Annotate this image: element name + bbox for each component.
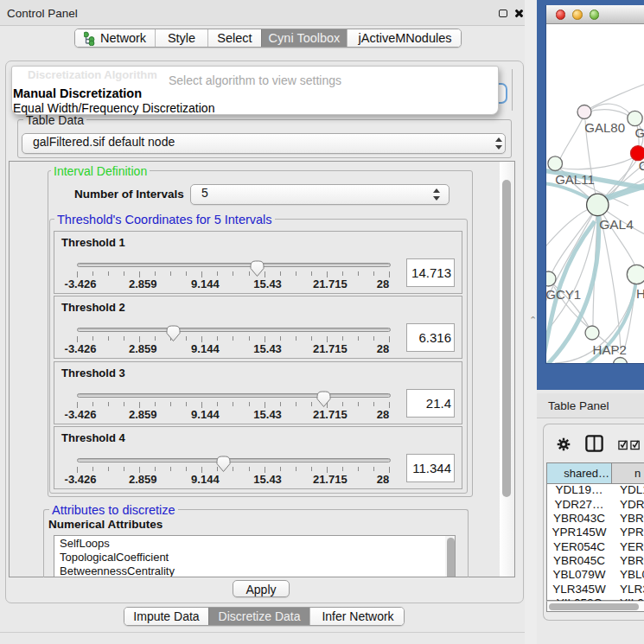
svg-text:HAP2: HAP2 bbox=[592, 341, 626, 356]
svg-text:GAL4: GAL4 bbox=[599, 216, 634, 231]
svg-text:C: C bbox=[638, 158, 644, 173]
svg-text:GAL11: GAL11 bbox=[555, 172, 595, 187]
svg-text:H: H bbox=[636, 286, 644, 301]
svg-text:GAL80: GAL80 bbox=[584, 119, 625, 134]
svg-text:GA: GA bbox=[634, 124, 644, 139]
svg-text:GCY1: GCY1 bbox=[546, 287, 581, 302]
